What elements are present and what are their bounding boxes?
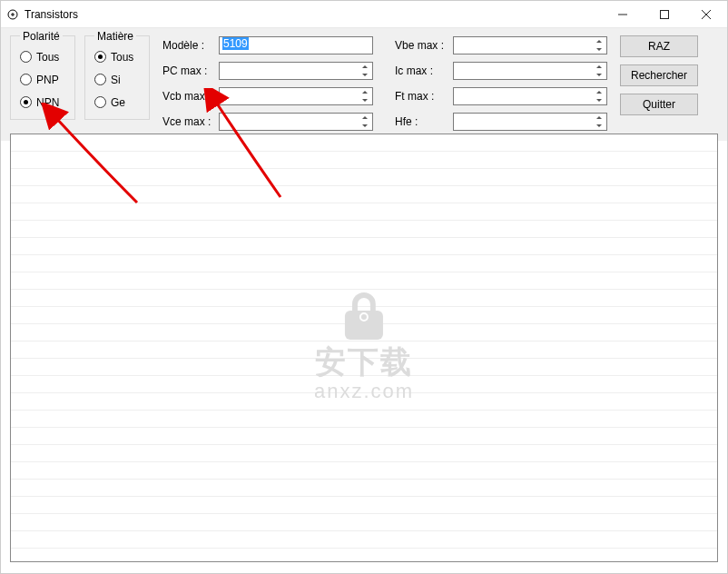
matiere-option-tous[interactable]: Tous: [94, 45, 140, 68]
spin-up-icon[interactable]: [593, 114, 605, 122]
app-icon: [1, 9, 25, 20]
results-list[interactable]: 安下载 anxz.com: [10, 134, 718, 562]
radio-label: Tous: [36, 51, 59, 64]
radio-icon: [20, 51, 32, 63]
vcemax-label: Vce max :: [162, 115, 219, 128]
spin-up-icon[interactable]: [593, 63, 605, 71]
icmax-input[interactable]: [453, 62, 607, 80]
hfe-input[interactable]: [453, 113, 607, 131]
spin-down-icon[interactable]: [593, 45, 605, 54]
radio-icon: [20, 74, 32, 85]
vbemax-label: Vbe max :: [395, 39, 453, 52]
spin-up-icon[interactable]: [359, 114, 371, 122]
matiere-group: Matière TousSiGe: [84, 35, 150, 120]
criteria-panel: Polarité TousPNPNPN Matière TousSiGe Mod…: [1, 28, 727, 141]
spin-up-icon[interactable]: [593, 37, 605, 45]
list-background: [11, 134, 717, 561]
spin-down-icon[interactable]: [359, 122, 371, 130]
modele-input[interactable]: 5109: [219, 36, 373, 54]
icmax-label: Ic max :: [395, 64, 453, 77]
radio-icon: [20, 96, 32, 108]
maximize-button[interactable]: [644, 1, 685, 27]
radio-label: Tous: [111, 51, 133, 64]
matiere-legend: Matière: [94, 30, 136, 43]
matiere-option-si[interactable]: Si: [94, 68, 140, 91]
radio-label: Si: [111, 74, 121, 86]
titlebar: Transistors: [1, 1, 727, 28]
ftmax-label: Ft max :: [395, 90, 453, 103]
quitter-button[interactable]: Quitter: [620, 94, 698, 115]
svg-rect-4: [661, 10, 669, 18]
modele-label: Modèle :: [162, 39, 219, 52]
close-button[interactable]: [685, 1, 727, 27]
window-title: Transistors: [25, 8, 602, 21]
spin-down-icon[interactable]: [359, 96, 371, 104]
polarite-group: Polarité TousPNPNPN: [10, 35, 75, 120]
window-controls: [602, 1, 727, 27]
radio-label: NPN: [36, 96, 59, 109]
vcemax-input[interactable]: [219, 113, 373, 131]
spin-up-icon[interactable]: [359, 88, 371, 96]
radio-label: PNP: [36, 74, 59, 86]
vcbmax-input[interactable]: [219, 87, 373, 105]
matiere-option-ge[interactable]: Ge: [94, 91, 140, 114]
spin-down-icon[interactable]: [593, 122, 605, 130]
ftmax-input[interactable]: [453, 87, 607, 105]
polarite-legend: Polarité: [20, 30, 63, 43]
pcmax-input[interactable]: [219, 62, 373, 80]
spin-down-icon[interactable]: [359, 71, 371, 79]
fields-right: Vbe max : Ic max : Ft max : Hfe :: [395, 35, 607, 132]
polarite-option-tous[interactable]: Tous: [20, 45, 65, 68]
rechercher-button[interactable]: Rechercher: [620, 64, 698, 86]
radio-label: Ge: [111, 96, 125, 109]
spin-down-icon[interactable]: [593, 71, 605, 79]
polarite-option-npn[interactable]: NPN: [20, 91, 65, 114]
minimize-button[interactable]: [602, 1, 644, 27]
hfe-label: Hfe :: [395, 115, 453, 128]
radio-icon: [94, 51, 106, 63]
radio-icon: [94, 96, 106, 108]
spin-up-icon[interactable]: [593, 88, 605, 96]
radio-icon: [94, 74, 106, 85]
actions-column: RAZ Rechercher Quitter: [620, 35, 698, 115]
vcbmax-label: Vcb max :: [162, 90, 219, 103]
spin-down-icon[interactable]: [593, 96, 605, 104]
spin-up-icon[interactable]: [359, 63, 371, 71]
vbemax-input[interactable]: [453, 36, 607, 54]
raz-button[interactable]: RAZ: [620, 35, 698, 57]
polarite-option-pnp[interactable]: PNP: [20, 68, 65, 91]
pcmax-label: PC max :: [162, 64, 219, 77]
fields-left: Modèle : 5109 PC max : Vcb max : Vce max…: [162, 35, 373, 132]
